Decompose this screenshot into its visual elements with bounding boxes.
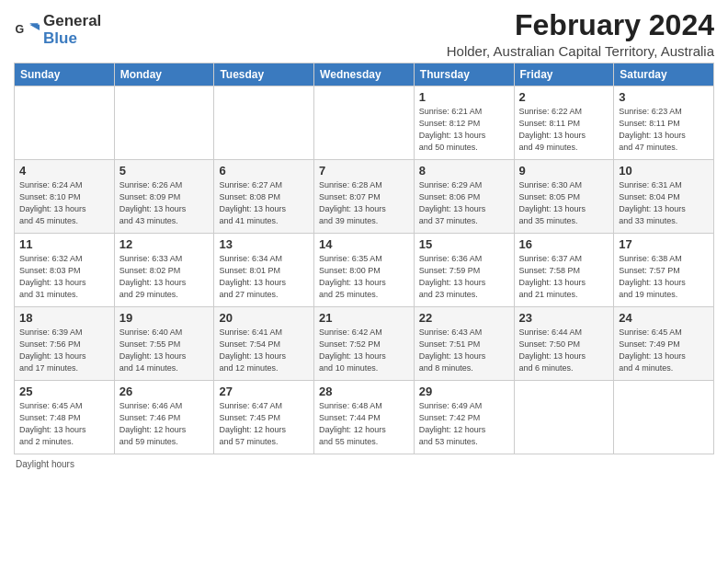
day-header-thursday: Thursday [414,63,514,86]
day-number: 21 [319,311,409,325]
day-info: Sunrise: 6:45 AM Sunset: 7:49 PM Dayligh… [619,327,709,374]
day-info: Sunrise: 6:33 AM Sunset: 8:02 PM Dayligh… [119,253,210,301]
calendar-cell [214,86,314,160]
day-header-sunday: Sunday [15,63,115,86]
day-number: 15 [419,237,509,251]
calendar-cell: 27Sunrise: 6:47 AM Sunset: 7:45 PM Dayli… [214,381,314,454]
day-number: 24 [619,311,709,325]
svg-marker-2 [29,24,40,29]
calendar-cell: 8Sunrise: 6:29 AM Sunset: 8:06 PM Daylig… [414,160,514,234]
calendar-cell: 17Sunrise: 6:38 AM Sunset: 7:57 PM Dayli… [614,234,714,307]
calendar-cell: 16Sunrise: 6:37 AM Sunset: 7:58 PM Dayli… [514,234,614,307]
day-number: 5 [119,164,210,178]
day-number: 13 [219,237,309,251]
logo-general-text: General [43,13,101,30]
day-number: 26 [119,385,210,398]
day-info: Sunrise: 6:35 AM Sunset: 8:00 PM Dayligh… [319,253,409,301]
day-number: 28 [319,385,409,398]
day-header-monday: Monday [114,63,214,86]
day-number: 8 [419,164,509,178]
calendar-cell [314,86,415,160]
calendar-cell: 19Sunrise: 6:40 AM Sunset: 7:55 PM Dayli… [114,307,214,381]
day-number: 7 [319,164,409,178]
title-block: February 2024 Holder, Australian Capital… [447,9,714,59]
day-info: Sunrise: 6:31 AM Sunset: 8:04 PM Dayligh… [619,179,709,227]
day-info: Sunrise: 6:23 AM Sunset: 8:11 PM Dayligh… [619,106,709,154]
calendar-cell [15,86,115,160]
logo: G General Blue [14,13,101,47]
calendar-cell: 7Sunrise: 6:28 AM Sunset: 8:07 PM Daylig… [314,160,415,234]
day-number: 27 [219,385,309,398]
day-info: Sunrise: 6:27 AM Sunset: 8:08 PM Dayligh… [219,179,309,227]
day-info: Sunrise: 6:44 AM Sunset: 7:50 PM Dayligh… [519,327,609,374]
calendar-cell: 29Sunrise: 6:49 AM Sunset: 7:42 PM Dayli… [414,381,514,454]
day-info: Sunrise: 6:26 AM Sunset: 8:09 PM Dayligh… [119,179,210,227]
day-info: Sunrise: 6:28 AM Sunset: 8:07 PM Dayligh… [319,179,409,227]
day-info: Sunrise: 6:32 AM Sunset: 8:03 PM Dayligh… [19,253,109,301]
day-info: Sunrise: 6:38 AM Sunset: 7:57 PM Dayligh… [619,253,709,301]
day-number: 3 [619,90,709,104]
day-number: 19 [119,311,210,325]
day-number: 2 [519,90,609,104]
day-info: Sunrise: 6:47 AM Sunset: 7:45 PM Dayligh… [219,400,309,448]
calendar-cell [614,381,714,454]
logo-icon: G [14,17,40,43]
day-info: Sunrise: 6:42 AM Sunset: 7:52 PM Dayligh… [319,327,409,374]
day-info: Sunrise: 6:30 AM Sunset: 8:05 PM Dayligh… [519,179,609,227]
day-info: Sunrise: 6:24 AM Sunset: 8:10 PM Dayligh… [19,179,109,227]
calendar-cell: 4Sunrise: 6:24 AM Sunset: 8:10 PM Daylig… [15,160,115,234]
calendar-cell: 22Sunrise: 6:43 AM Sunset: 7:51 PM Dayli… [414,307,514,381]
day-number: 22 [419,311,509,325]
day-header-wednesday: Wednesday [314,63,415,86]
day-info: Sunrise: 6:21 AM Sunset: 8:12 PM Dayligh… [419,106,509,154]
day-info: Sunrise: 6:37 AM Sunset: 7:58 PM Dayligh… [519,253,609,301]
calendar-cell: 24Sunrise: 6:45 AM Sunset: 7:49 PM Dayli… [614,307,714,381]
day-number: 16 [519,237,609,251]
calendar-cell: 14Sunrise: 6:35 AM Sunset: 8:00 PM Dayli… [314,234,415,307]
day-info: Sunrise: 6:43 AM Sunset: 7:51 PM Dayligh… [419,327,509,374]
day-info: Sunrise: 6:36 AM Sunset: 7:59 PM Dayligh… [419,253,509,301]
footer: Daylight hours [14,459,714,469]
day-info: Sunrise: 6:29 AM Sunset: 8:06 PM Dayligh… [419,179,509,227]
day-number: 4 [19,164,109,178]
day-number: 1 [419,90,509,104]
calendar-table: SundayMondayTuesdayWednesdayThursdayFrid… [14,63,714,454]
day-number: 11 [19,237,109,251]
calendar-cell: 20Sunrise: 6:41 AM Sunset: 7:54 PM Dayli… [214,307,314,381]
day-number: 14 [319,237,409,251]
calendar-cell: 1Sunrise: 6:21 AM Sunset: 8:12 PM Daylig… [414,86,514,160]
calendar-cell: 10Sunrise: 6:31 AM Sunset: 8:04 PM Dayli… [614,160,714,234]
calendar-cell: 25Sunrise: 6:45 AM Sunset: 7:48 PM Dayli… [15,381,115,454]
day-info: Sunrise: 6:34 AM Sunset: 8:01 PM Dayligh… [219,253,309,301]
day-info: Sunrise: 6:46 AM Sunset: 7:46 PM Dayligh… [119,400,210,448]
day-info: Sunrise: 6:45 AM Sunset: 7:48 PM Dayligh… [19,400,109,448]
day-header-saturday: Saturday [614,63,714,86]
day-number: 23 [519,311,609,325]
calendar-cell: 5Sunrise: 6:26 AM Sunset: 8:09 PM Daylig… [114,160,214,234]
calendar-cell: 3Sunrise: 6:23 AM Sunset: 8:11 PM Daylig… [614,86,714,160]
calendar-cell: 13Sunrise: 6:34 AM Sunset: 8:01 PM Dayli… [214,234,314,307]
day-number: 9 [519,164,609,178]
day-header-friday: Friday [514,63,614,86]
svg-text:G: G [16,23,25,36]
calendar-cell: 18Sunrise: 6:39 AM Sunset: 7:56 PM Dayli… [15,307,115,381]
calendar-cell: 2Sunrise: 6:22 AM Sunset: 8:11 PM Daylig… [514,86,614,160]
day-info: Sunrise: 6:41 AM Sunset: 7:54 PM Dayligh… [219,327,309,374]
day-number: 18 [19,311,109,325]
calendar-cell: 6Sunrise: 6:27 AM Sunset: 8:08 PM Daylig… [214,160,314,234]
day-info: Sunrise: 6:39 AM Sunset: 7:56 PM Dayligh… [19,327,109,374]
day-number: 12 [119,237,210,251]
day-info: Sunrise: 6:48 AM Sunset: 7:44 PM Dayligh… [319,400,409,448]
day-info: Sunrise: 6:40 AM Sunset: 7:55 PM Dayligh… [119,327,210,374]
day-info: Sunrise: 6:22 AM Sunset: 8:11 PM Dayligh… [519,106,609,154]
day-number: 6 [219,164,309,178]
calendar-cell [114,86,214,160]
day-number: 10 [619,164,709,178]
day-number: 17 [619,237,709,251]
calendar-cell: 15Sunrise: 6:36 AM Sunset: 7:59 PM Dayli… [414,234,514,307]
calendar-cell: 11Sunrise: 6:32 AM Sunset: 8:03 PM Dayli… [15,234,115,307]
calendar-cell: 23Sunrise: 6:44 AM Sunset: 7:50 PM Dayli… [514,307,614,381]
calendar-cell [514,381,614,454]
daylight-hours-label: Daylight hours [16,459,74,469]
calendar-cell: 21Sunrise: 6:42 AM Sunset: 7:52 PM Dayli… [314,307,415,381]
